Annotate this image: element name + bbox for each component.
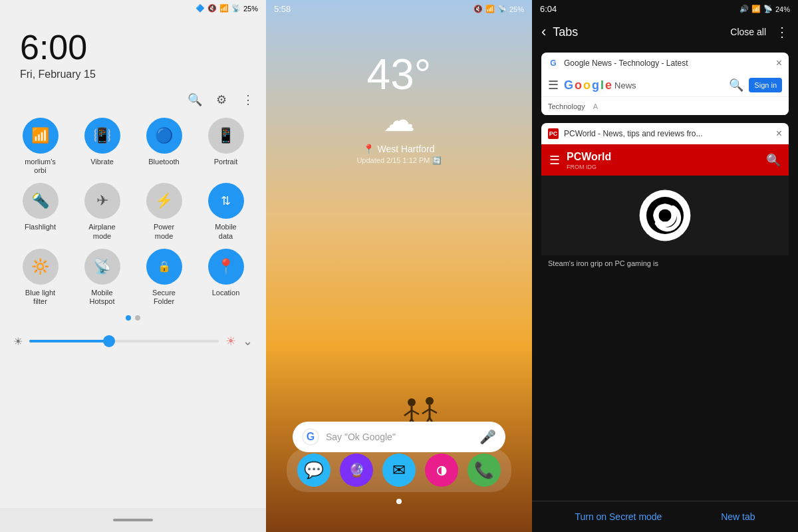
qs-mobiledata: ⇅ Mobiledata [199, 183, 253, 240]
svg-point-15 [658, 209, 671, 221]
mobiledata-label: Mobiledata [215, 223, 236, 240]
gnews-signin-button[interactable]: Sign in [749, 78, 782, 92]
brightness-area: ☀ ☀ ⌄ [0, 326, 266, 356]
pcworld-favicon: PC [548, 128, 559, 139]
secret-mode-button[interactable]: Turn on Secret mode [575, 511, 662, 523]
google-news-logo: G o o g l e News [564, 78, 724, 92]
qs-power: ⚡ Powermode [137, 183, 191, 240]
volume-p3: 🔊 [739, 5, 749, 13]
qs-securefolder: 🔒 SecureFolder [137, 249, 191, 306]
clock-date: Fri, February 15 [20, 68, 96, 80]
flashlight-label: Flashlight [25, 223, 56, 231]
nebula-app[interactable]: 🔮 [340, 454, 373, 487]
power-tile[interactable]: ⚡ [146, 183, 182, 219]
gnews-close-button[interactable]: × [776, 58, 782, 68]
qs-bluetooth: 🔵 Bluetooth [137, 118, 191, 175]
gnews-content: ☰ G o o g l e News 🔍 Sign in Technology [541, 74, 789, 115]
svg-line-3 [412, 410, 419, 414]
fold-app[interactable]: ◑ [425, 454, 458, 487]
pcworld-menu-icon[interactable]: ☰ [549, 153, 560, 168]
new-tab-button[interactable]: New tab [721, 511, 755, 523]
airplane-label: Airplanemode [88, 223, 115, 240]
search-placeholder: Say "Ok Google" [326, 432, 473, 442]
tab-gnews[interactable]: G Google News - Technology - Latest × ☰ … [541, 53, 789, 115]
vibrate-tile[interactable]: 📳 [84, 118, 120, 154]
messages-app[interactable]: 💬 [297, 454, 331, 487]
bluetooth-tile[interactable]: 🔵 [146, 118, 182, 154]
brightness-track[interactable] [29, 340, 219, 342]
notification-shade: 🔷 🔇 📶 📡 25% 6:00 Fri, February 15 🔍 ⚙ ⋮ … [0, 0, 266, 532]
close-all-button[interactable]: Close all [730, 27, 766, 37]
hotspot-tile[interactable]: 📡 [84, 249, 120, 285]
dot-1 [126, 315, 131, 321]
pcworld-steam-image [541, 176, 789, 255]
wifi-tile[interactable]: 📶 [23, 118, 59, 154]
brightness-low-icon: ☀ [13, 335, 23, 348]
power-label: Powermode [154, 223, 174, 240]
time-p2: 5:58 [274, 4, 291, 14]
tabs-list: G Google News - Technology - Latest × ☰ … [532, 46, 798, 501]
tabs-more-icon[interactable]: ⋮ [775, 24, 789, 40]
pcworld-close-button[interactable]: × [776, 128, 782, 139]
vibrate-label: Vibrate [90, 158, 114, 166]
brightness-high-icon: ☀ [225, 334, 236, 348]
tabs-header: ‹ Tabs Close all ⋮ [532, 18, 798, 46]
gnews-tab-header: G Google News - Technology - Latest × [541, 53, 789, 74]
brightness-expand-icon[interactable]: ⌄ [243, 334, 253, 348]
svg-line-8 [422, 409, 430, 414]
battery-p2: 25% [509, 5, 524, 13]
phone-app[interactable]: 📞 [467, 454, 501, 487]
more-icon[interactable]: ⋮ [241, 92, 255, 107]
qs-flashlight: 🔦 Flashlight [13, 183, 67, 240]
mic-icon[interactable]: 🎤 [479, 429, 496, 445]
svg-line-2 [404, 410, 412, 416]
pcworld-search-icon[interactable]: 🔍 [766, 153, 781, 168]
app-dock: 💬 🔮 ✉ ◑ 📞 [287, 448, 511, 492]
svg-point-6 [426, 397, 434, 405]
mobiledata-tile[interactable]: ⇅ [208, 183, 244, 219]
weather-updated: Updated 2/15 1:12 PM 🔄 [316, 156, 482, 165]
gnews-toolbar: ☰ G o o g l e News 🔍 Sign in [541, 74, 789, 97]
gnews-menu-icon[interactable]: ☰ [548, 78, 559, 92]
qs-toolbar: 🔍 ⚙ ⋮ [0, 87, 266, 112]
steam-logo-svg [638, 189, 692, 242]
temperature: 43° [316, 53, 482, 96]
tabs-bottom-bar: Turn on Secret mode New tab [532, 501, 798, 532]
gnews-tab-title: Google News - Technology - Latest [564, 59, 771, 68]
battery-p3: 24% [775, 5, 790, 13]
gnews-search-icon[interactable]: 🔍 [729, 78, 743, 92]
brightness-thumb[interactable] [103, 335, 115, 347]
bluetooth-icon: 🔷 [196, 4, 205, 13]
portrait-tile[interactable]: 📱 [208, 118, 244, 154]
wifi-p3: 📶 [751, 5, 761, 13]
signal-p3: 📡 [763, 5, 773, 13]
qs-airplane: ✈ Airplanemode [75, 183, 129, 240]
location-tile[interactable]: 📍 [208, 249, 244, 285]
securefolder-tile[interactable]: 🔒 [146, 249, 182, 285]
email-app[interactable]: ✉ [382, 454, 416, 487]
status-bar-p2: 5:58 🔇 📶 📡 25% [266, 0, 532, 18]
gnews-favicon: G [548, 58, 559, 68]
status-bar-p1: 🔷 🔇 📶 📡 25% [0, 0, 266, 17]
bluelight-label: Blue lightfilter [25, 289, 55, 306]
tabs-title: Tabs [553, 25, 730, 39]
mute-icon: 🔇 [207, 4, 217, 13]
clock-area: 6:00 Fri, February 15 [0, 17, 266, 87]
back-button[interactable]: ‹ [541, 23, 546, 41]
flashlight-tile[interactable]: 🔦 [23, 183, 59, 219]
airplane-tile[interactable]: ✈ [84, 183, 120, 219]
settings-icon[interactable]: ⚙ [214, 92, 229, 107]
pcworld-headline-text: Steam's iron grip on PC gaming is [541, 255, 789, 271]
weather-widget: 43° ☁ 📍 West Hartford Updated 2/15 1:12 … [316, 53, 482, 165]
qs-hotspot: 📡 MobileHotspot [75, 249, 129, 306]
quick-settings-grid: 📶 morlium'sorbi 📳 Vibrate 🔵 Bluetooth 📱 … [0, 112, 266, 311]
pcworld-tab-header: PC PCWorld - News, tips and reviews fro.… [541, 123, 789, 144]
search-icon[interactable]: 🔍 [188, 92, 202, 107]
pcworld-tab-title: PCWorld - News, tips and reviews fro... [564, 129, 771, 138]
bluelight-tile[interactable]: 🔆 [23, 249, 59, 285]
qs-wifi: 📶 morlium'sorbi [13, 118, 67, 175]
mute-p2: 🔇 [473, 5, 483, 13]
nav-bar-p1 [0, 508, 266, 532]
time-p3: 6:04 [540, 4, 557, 14]
tab-pcworld[interactable]: PC PCWorld - News, tips and reviews fro.… [541, 123, 789, 271]
